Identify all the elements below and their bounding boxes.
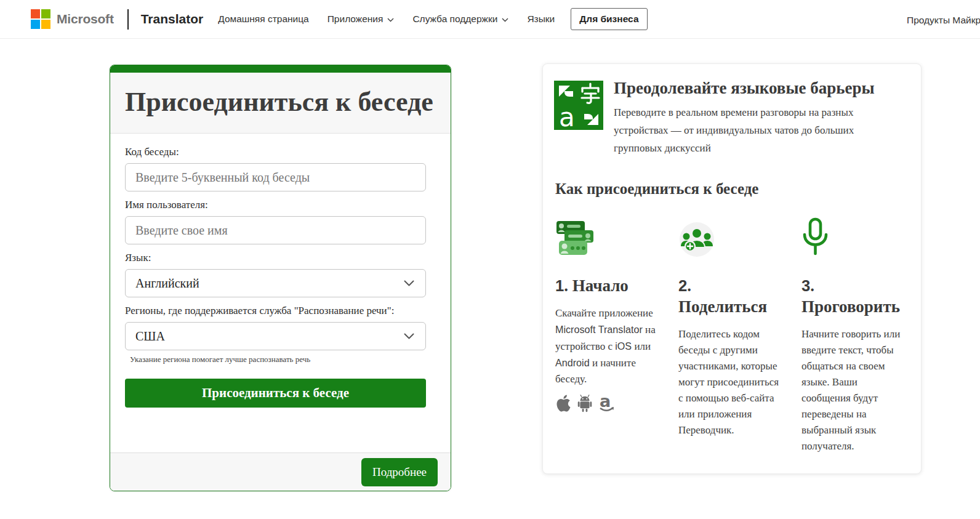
conversation-code-input[interactable] [125, 163, 426, 191]
microsoft-products-link[interactable]: Продукты Майкрософт [907, 15, 980, 26]
apple-logo-icon[interactable] [555, 394, 572, 412]
step-3-text: Начните говорить или введите текст, чтоб… [801, 326, 909, 454]
info-card: a Преодолевайте языковые барьеры Перевод… [542, 63, 922, 474]
join-conversation-card: Присоединиться к беседе Код беседы: Имя … [110, 65, 451, 491]
svg-text:a: a [559, 102, 575, 130]
chevron-down-icon [404, 333, 414, 339]
step-1-title: 1. Начало [555, 275, 654, 296]
step-3-title: 3. Проговорить [801, 275, 900, 317]
chat-bubbles-icon [555, 220, 595, 257]
details-button[interactable]: Подробнее [361, 458, 438, 486]
region-select-value: США [135, 329, 165, 344]
join-form: Код беседы: Имя пользователя: Язык: Англ… [110, 134, 451, 408]
language-select[interactable]: Английский [125, 269, 426, 297]
top-navigation-bar: Microsoft Translator Домашняя страница П… [0, 0, 980, 39]
group-add-icon [678, 221, 715, 257]
hero-text: Преодолевайте языковые барьеры Переводит… [614, 81, 880, 157]
step-2-column: 2. Поделиться Поделитесь кодом беседы с … [678, 217, 785, 454]
hero-description: Переводите в реальном времени разговоры … [614, 103, 880, 157]
hero-row: a Преодолевайте языковые барьеры Перевод… [554, 81, 909, 157]
microsoft-logo-icon[interactable] [31, 9, 50, 29]
for-business-button[interactable]: Для бизнеса [571, 8, 647, 30]
step-2-text: Поделитесь кодом беседы с другими участн… [678, 326, 785, 438]
username-label: Имя пользователя: [125, 199, 426, 211]
nav-apps-menu[interactable]: Приложения [327, 14, 395, 25]
language-select-value: Английский [135, 276, 199, 291]
microsoft-wordmark[interactable]: Microsoft [57, 12, 114, 26]
android-logo-icon[interactable] [577, 394, 593, 412]
store-icons-row: a [555, 393, 662, 413]
join-card-footer: Подробнее [110, 453, 451, 491]
language-label: Язык: [125, 252, 426, 264]
region-select[interactable]: США [125, 322, 426, 350]
region-label: Регионы, где поддерживается служба "Расп… [125, 305, 426, 317]
chevron-down-icon [387, 18, 394, 22]
nav-languages-link[interactable]: Языки [527, 14, 555, 25]
join-card-header: Присоединиться к беседе [110, 73, 451, 134]
card-green-topbar [110, 65, 451, 73]
join-card-title: Присоединиться к беседе [125, 85, 436, 119]
step-2-title: 2. Поделиться [678, 275, 777, 317]
translator-brand-link[interactable]: Translator [141, 12, 204, 26]
step-1-column: 1. Начало Скачайте приложение Microsoft … [555, 217, 662, 454]
how-to-join-title: Как присоединиться к беседе [555, 180, 909, 198]
hero-title: Преодолевайте языковые барьеры [614, 79, 880, 98]
conversation-code-label: Код беседы: [125, 146, 426, 158]
main-nav: Домашняя страница Приложения Служба подд… [218, 14, 555, 25]
microphone-icon [801, 217, 830, 257]
brand-divider [127, 9, 129, 30]
nav-home-link[interactable]: Домашняя страница [218, 14, 308, 25]
translator-app-icon: a [554, 81, 603, 130]
steps-row: 1. Начало Скачайте приложение Microsoft … [554, 217, 909, 454]
step-1-text: Скачайте приложение Microsoft Translator… [555, 305, 662, 387]
amazon-logo-icon[interactable]: a [598, 393, 616, 413]
chevron-down-icon [502, 18, 508, 22]
region-hint-text: Указание региона помогает лучше распозна… [130, 355, 426, 364]
username-input[interactable] [125, 216, 426, 244]
chevron-down-icon [404, 280, 414, 286]
step-3-column: 3. Проговорить Начните говорить или введ… [801, 217, 909, 454]
join-conversation-button[interactable]: Присоединиться к беседе [125, 379, 426, 408]
nav-support-menu[interactable]: Служба поддержки [412, 14, 508, 25]
